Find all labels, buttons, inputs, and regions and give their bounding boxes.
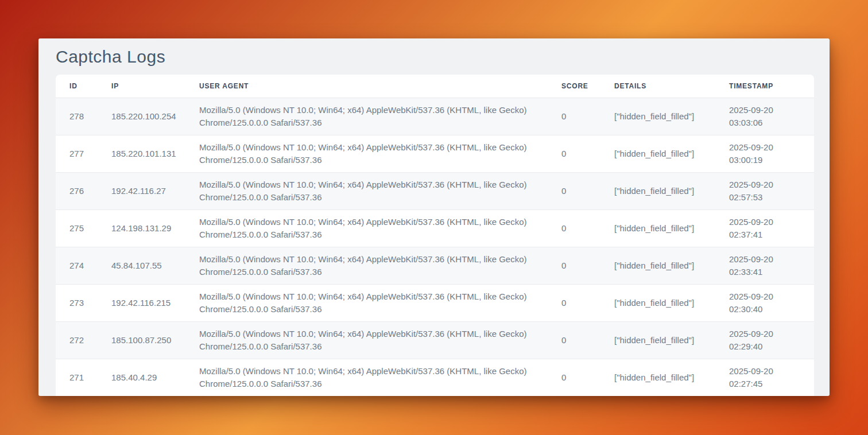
- cell-ip: 45.84.107.55: [98, 247, 185, 284]
- col-header-id: ID: [56, 75, 98, 98]
- page-title: Captcha Logs: [38, 38, 830, 75]
- table-row: 272 185.100.87.250 Mozilla/5.0 (Windows …: [56, 321, 814, 359]
- logs-table-container: ID IP USER AGENT SCORE DETAILS TIMESTAMP…: [56, 75, 814, 396]
- cell-details: ["hidden_field_filled"]: [600, 172, 715, 209]
- cell-user-agent: Mozilla/5.0 (Windows NT 10.0; Win64; x64…: [185, 172, 548, 209]
- cell-timestamp: 2025-09-20 02:30:40: [715, 284, 814, 321]
- cell-score: 0: [548, 359, 600, 396]
- col-header-timestamp: TIMESTAMP: [715, 75, 814, 98]
- cell-score: 0: [548, 321, 600, 359]
- cell-id: 276: [56, 172, 98, 209]
- cell-score: 0: [548, 172, 600, 209]
- cell-ip: 192.42.116.27: [98, 172, 185, 209]
- col-header-details: DETAILS: [600, 75, 715, 98]
- cell-id: 275: [56, 209, 98, 247]
- col-header-ip: IP: [98, 75, 185, 98]
- cell-timestamp: 2025-09-20 02:33:41: [715, 247, 814, 284]
- cell-user-agent: Mozilla/5.0 (Windows NT 10.0; Win64; x64…: [185, 359, 548, 396]
- cell-score: 0: [548, 284, 600, 321]
- cell-details: ["hidden_field_filled"]: [600, 209, 715, 247]
- cell-timestamp: 2025-09-20 02:57:53: [715, 172, 814, 209]
- cell-user-agent: Mozilla/5.0 (Windows NT 10.0; Win64; x64…: [185, 209, 548, 247]
- cell-ip: 124.198.131.29: [98, 209, 185, 247]
- cell-id: 273: [56, 284, 98, 321]
- cell-score: 0: [548, 247, 600, 284]
- cell-details: ["hidden_field_filled"]: [600, 247, 715, 284]
- cell-id: 271: [56, 359, 98, 396]
- cell-timestamp: 2025-09-20 02:27:45: [715, 359, 814, 396]
- logs-table: ID IP USER AGENT SCORE DETAILS TIMESTAMP…: [56, 75, 814, 396]
- cell-id: 272: [56, 321, 98, 359]
- table-row: 276 192.42.116.27 Mozilla/5.0 (Windows N…: [56, 172, 814, 209]
- cell-user-agent: Mozilla/5.0 (Windows NT 10.0; Win64; x64…: [185, 247, 548, 284]
- table-header-row: ID IP USER AGENT SCORE DETAILS TIMESTAMP: [56, 75, 814, 98]
- table-row: 278 185.220.100.254 Mozilla/5.0 (Windows…: [56, 98, 814, 135]
- cell-id: 278: [56, 98, 98, 135]
- table-row: 274 45.84.107.55 Mozilla/5.0 (Windows NT…: [56, 247, 814, 284]
- cell-ip: 185.220.101.131: [98, 135, 185, 172]
- cell-id: 274: [56, 247, 98, 284]
- cell-ip: 185.100.87.250: [98, 321, 185, 359]
- cell-details: ["hidden_field_filled"]: [600, 98, 715, 135]
- cell-id: 277: [56, 135, 98, 172]
- cell-score: 0: [548, 209, 600, 247]
- cell-score: 0: [548, 135, 600, 172]
- cell-timestamp: 2025-09-20 02:29:40: [715, 321, 814, 359]
- cell-user-agent: Mozilla/5.0 (Windows NT 10.0; Win64; x64…: [185, 135, 548, 172]
- cell-score: 0: [548, 98, 600, 135]
- cell-user-agent: Mozilla/5.0 (Windows NT 10.0; Win64; x64…: [185, 284, 548, 321]
- cell-details: ["hidden_field_filled"]: [600, 359, 715, 396]
- table-row: 273 192.42.116.215 Mozilla/5.0 (Windows …: [56, 284, 814, 321]
- cell-user-agent: Mozilla/5.0 (Windows NT 10.0; Win64; x64…: [185, 98, 548, 135]
- cell-details: ["hidden_field_filled"]: [600, 135, 715, 172]
- cell-timestamp: 2025-09-20 03:00:19: [715, 135, 814, 172]
- table-row: 271 185.40.4.29 Mozilla/5.0 (Windows NT …: [56, 359, 814, 396]
- cell-timestamp: 2025-09-20 03:03:06: [715, 98, 814, 135]
- cell-ip: 185.220.100.254: [98, 98, 185, 135]
- cell-ip: 192.42.116.215: [98, 284, 185, 321]
- captcha-logs-card: Captcha Logs ID IP USER AGENT SCORE DETA…: [38, 38, 830, 396]
- table-body: 278 185.220.100.254 Mozilla/5.0 (Windows…: [56, 98, 814, 396]
- cell-details: ["hidden_field_filled"]: [600, 321, 715, 359]
- table-row: 277 185.220.101.131 Mozilla/5.0 (Windows…: [56, 135, 814, 172]
- cell-user-agent: Mozilla/5.0 (Windows NT 10.0; Win64; x64…: [185, 321, 548, 359]
- col-header-score: SCORE: [548, 75, 600, 98]
- cell-timestamp: 2025-09-20 02:37:41: [715, 209, 814, 247]
- table-row: 275 124.198.131.29 Mozilla/5.0 (Windows …: [56, 209, 814, 247]
- page-background: Captcha Logs ID IP USER AGENT SCORE DETA…: [0, 0, 868, 435]
- cell-details: ["hidden_field_filled"]: [600, 284, 715, 321]
- col-header-user-agent: USER AGENT: [185, 75, 548, 98]
- cell-ip: 185.40.4.29: [98, 359, 185, 396]
